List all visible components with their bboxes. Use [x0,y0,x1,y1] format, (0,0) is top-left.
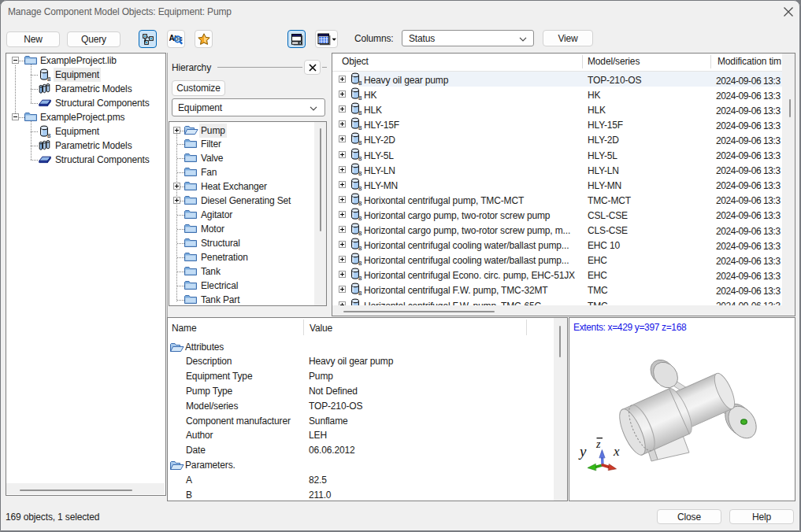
svg-text:z: z [595,438,601,450]
svg-text:y: y [578,443,587,460]
svg-text:x: x [613,444,620,459]
